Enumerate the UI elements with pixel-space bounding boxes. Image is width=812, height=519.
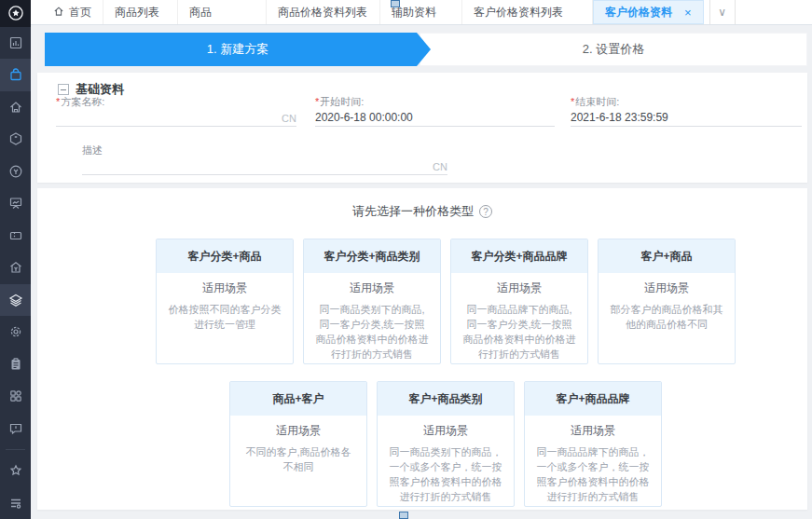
apps-grid-icon[interactable] [0,380,31,412]
card-desc: 同一商品类别下的商品，一个或多个客户，统一按照客户价格资料中的价格进行打折的方式… [388,445,503,505]
tab-product-list[interactable]: 商品列表 [103,0,178,24]
card-body: 适用场景 同一商品品牌下的商品,同一客户分类,统一按照商品价格资料中的价格进行打… [451,273,587,362]
card-title: 客户分类+商品 [157,239,293,273]
step-2-set-price[interactable]: 2. 设置价格 [420,33,807,66]
price-type-panel: 请先选择一种价格类型 ? 客户分类+商品 适用场景 价格按照不同的客户分类进行统… [37,188,807,510]
price-type-row-2: 商品+客户 适用场景 不同的客户,商品价格各不相同 客户+商品类别 适用场景 同… [37,381,807,507]
tab-home[interactable]: 首页 [42,0,103,24]
tab-bar: 首页 商品列表 商品 商品价格资料列表 辅助资料 客户价格资料列表 客户价格资料… [31,0,812,25]
card-title: 客户+商品类别 [378,382,514,416]
left-sidebar [0,0,31,519]
step-2-label: 2. 设置价格 [583,41,644,58]
card-body: 适用场景 同一商品类别下的商品，一个或多个客户，统一按照客户价格资料中的价格进行… [378,416,514,505]
medal-coupon-icon[interactable] [0,156,31,187]
card-title: 客户分类+商品品牌 [451,239,587,273]
plan-name-field: 方案名称: CN [56,95,296,127]
card-body: 适用场景 同一商品类别下的商品,同一客户分类,统一按照商品价格资料中的价格进行打… [304,273,440,362]
card-title: 客户+商品 [599,239,735,273]
feedback-message-icon[interactable] [0,413,31,444]
card-desc: 价格按照不同的客户分类进行统一管理 [167,303,282,333]
plan-name-locale-suffix: CN [282,113,296,124]
card-scenario-label: 适用场景 [241,423,356,439]
card-body: 适用场景 部分客户的商品价格和其他的商品价格不同 [599,273,735,333]
card-title: 客户分类+商品类别 [304,239,440,273]
card-product-customer[interactable]: 商品+客户 适用场景 不同的客户,商品价格各不相同 [229,381,367,507]
store-icon[interactable] [0,252,31,283]
tab-product-price-list[interactable]: 商品价格资料列表 [267,0,380,24]
tab-label: 客户价格资料 [605,5,672,20]
card-scenario-label: 适用场景 [388,423,503,439]
home-icon [53,6,64,20]
favorite-star-icon[interactable] [0,455,31,486]
selection-handle-top [391,0,400,7]
start-time-value: 2020-6-18 00:00:00 [315,111,413,124]
step-1-new-plan[interactable]: 1. 新建方案 [45,33,431,66]
step-1-label: 1. 新建方案 [207,41,268,58]
card-desc: 同一商品品牌下的商品，一个或多个客户，统一按照客户价格资料中的价格进行打折的方式… [535,445,651,505]
card-scenario-label: 适用场景 [461,280,577,296]
price-type-row-1: 客户分类+商品 适用场景 价格按照不同的客户分类进行统一管理 客户分类+商品类别… [37,239,807,364]
card-customer-class-product[interactable]: 客户分类+商品 适用场景 价格按照不同的客户分类进行统一管理 [156,239,294,364]
app-window: 首页 商品列表 商品 商品价格资料列表 辅助资料 客户价格资料列表 客户价格资料… [0,0,812,519]
dashboard-chart-icon[interactable] [0,27,31,59]
end-time-field: 结束时间: 2021-6-18 23:59:59 [571,95,802,127]
start-time-input[interactable]: 2020-6-18 00:00:00 [315,108,555,127]
card-customer-product-brand[interactable]: 客户+商品品牌 适用场景 同一商品品牌下的商品，一个或多个客户，统一按照客户价格… [524,381,662,507]
plan-name-label: 方案名称: [56,95,296,108]
card-customer-product-category[interactable]: 客户+商品类别 适用场景 同一商品类别下的商品，一个或多个客户，统一按照客户价格… [377,381,515,507]
tab-customer-price-active[interactable]: 客户价格资料 × [593,0,704,24]
menu-filter-icon[interactable] [0,487,31,519]
tab-label: 客户价格资料列表 [474,5,563,20]
plan-name-input[interactable]: CN [56,108,296,127]
tab-label: 商品 [189,5,212,20]
basic-info-panel: 基础资料 方案名称: CN 开始时间: 2020-6-18 00:00:00 结… [37,73,807,183]
card-customer-product[interactable]: 客户+商品 适用场景 部分客户的商品价格和其他的商品价格不同 [598,239,736,364]
settings-gear-icon[interactable] [0,316,31,348]
card-scenario-label: 适用场景 [314,280,430,296]
close-icon[interactable]: × [684,7,692,19]
card-scenario-label: 适用场景 [609,280,724,296]
start-time-label: 开始时间: [315,95,555,108]
wizard-stepper: 1. 新建方案 2. 设置价格 [45,33,807,66]
card-title: 商品+客户 [230,382,366,416]
card-desc: 同一商品品牌下的商品,同一客户分类,统一按照商品价格资料中的价格进行打折的方式销… [461,303,577,362]
tab-label: 商品列表 [115,5,159,20]
card-scenario-label: 适用场景 [535,423,651,439]
description-locale-suffix: CN [433,161,447,172]
tab-label: 首页 [69,5,91,20]
presentation-chart-icon[interactable] [0,187,31,219]
shop-home-icon[interactable] [0,91,31,123]
card-body: 适用场景 价格按照不同的客户分类进行统一管理 [157,273,293,333]
start-time-field: 开始时间: 2020-6-18 00:00:00 [315,95,555,127]
card-customer-class-product-category[interactable]: 客户分类+商品类别 适用场景 同一商品类别下的商品,同一客户分类,统一按照商品价… [303,239,441,364]
price-type-title: 请先选择一种价格类型 [352,203,474,220]
end-time-input[interactable]: 2021-6-18 23:59:59 [571,108,802,127]
clipboard-icon[interactable] [0,348,31,380]
tab-dropdown-button[interactable]: ∨ [709,0,736,24]
selection-handle-bottom [399,512,408,519]
collapse-icon[interactable] [58,84,69,95]
description-input[interactable]: CN [82,157,447,175]
logo-star-icon[interactable] [0,0,31,27]
end-time-label: 结束时间: [571,95,802,108]
card-desc: 同一商品类别下的商品,同一客户分类,统一按照商品价格资料中的价格进行打折的方式销… [314,303,430,362]
card-body: 适用场景 同一商品品牌下的商品，一个或多个客户，统一按照客户价格资料中的价格进行… [525,416,661,505]
sidebar-divider [6,449,25,450]
tab-label: 商品价格资料列表 [278,5,367,20]
description-label: 描述 [82,143,447,157]
tab-customer-price-list[interactable]: 客户价格资料列表 [462,0,593,24]
description-field: 描述 CN [82,143,447,175]
product-box-icon[interactable] [0,123,31,155]
card-desc: 不同的客户,商品价格各不相同 [241,445,356,475]
tab-product[interactable]: 商品 [178,0,267,24]
price-type-title-row: 请先选择一种价格类型 ? [37,188,807,220]
card-scenario-label: 适用场景 [167,280,282,296]
ticket-icon[interactable] [0,220,31,252]
card-title: 客户+商品品牌 [525,382,661,416]
orders-bag-icon[interactable] [0,59,31,90]
card-customer-class-product-brand[interactable]: 客户分类+商品品牌 适用场景 同一商品品牌下的商品,同一客户分类,统一按照商品价… [450,239,588,364]
end-time-value: 2021-6-18 23:59:59 [571,111,668,124]
layers-icon[interactable] [0,284,31,316]
help-icon[interactable]: ? [479,205,492,218]
card-desc: 部分客户的商品价格和其他的商品价格不同 [609,303,724,333]
